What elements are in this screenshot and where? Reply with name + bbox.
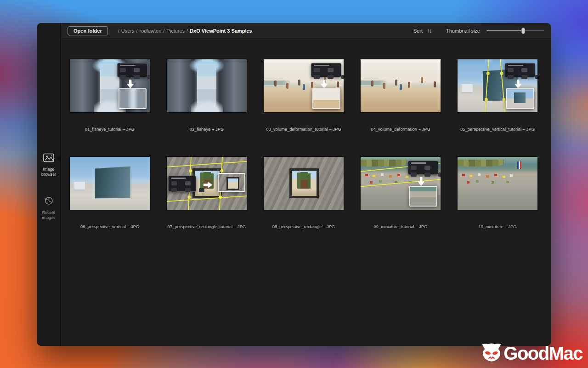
- thumbnail-art-dialog: [168, 176, 196, 192]
- thumbnail-image[interactable]: [263, 156, 345, 211]
- open-folder-button[interactable]: Open folder: [68, 26, 108, 35]
- transform-arrow-icon: [418, 177, 424, 186]
- thumbnail-image[interactable]: [263, 58, 345, 113]
- breadcrumb: /Users/rodlawton/Pictures/DxO ViewPoint …: [116, 28, 252, 34]
- sort-direction-icon[interactable]: ↑↓: [427, 28, 431, 34]
- breadcrumb-separator: /: [187, 28, 188, 34]
- toolbar: Open folder /Users/rodlawton/Pictures/Dx…: [61, 23, 551, 39]
- toolbar-right-group: Sort ↑↓ Thumbnail size: [413, 27, 545, 34]
- thumbnail-art-scene: [274, 80, 277, 86]
- thumbnail-art-scene: [361, 160, 407, 167]
- thumbnail-image[interactable]: [69, 156, 151, 211]
- grid-item[interactable]: 04_volume_deformation – JPG: [360, 58, 441, 132]
- watermark-text: GoodMac: [503, 343, 582, 364]
- thumbnail-caption: 02_fisheye – JPG: [166, 126, 248, 132]
- grid-item[interactable]: 09_miniature_tutorial – JPG: [360, 156, 441, 230]
- result-inset-preview: [312, 88, 340, 109]
- image-browser-icon: [43, 156, 54, 164]
- thumbnail-image[interactable]: [457, 58, 538, 113]
- result-inset-preview: [218, 173, 245, 192]
- breadcrumb-separator: /: [118, 28, 119, 34]
- thumbnail-image[interactable]: [166, 58, 248, 113]
- sidebar-item-recent-images[interactable]: Recent images: [37, 196, 61, 220]
- thumbnail-caption: 01_fisheye_tutorial – JPG: [69, 126, 151, 132]
- thumbnail-art-scene: [458, 160, 504, 167]
- thumbnail-size-label: Thumbnail size: [446, 28, 480, 34]
- thumbnail-caption: 08_perspective_rectangle – JPG: [263, 224, 345, 230]
- sidebar: Image browser Recent images: [37, 23, 61, 346]
- grid-item[interactable]: 08_perspective_rectangle – JPG: [263, 156, 345, 230]
- sidebar-item-label: Image browser: [37, 167, 61, 177]
- thumbnail-caption: 10_miniature – JPG: [457, 224, 538, 230]
- grid-item[interactable]: 06_perspective_vertical – JPG: [69, 156, 151, 230]
- thumbnail-art-scene: [73, 182, 85, 191]
- grid-item[interactable]: 01_fisheye_tutorial – JPG: [69, 58, 151, 132]
- thumbnail-caption: 06_perspective_vertical – JPG: [69, 224, 151, 230]
- thumbnail-size-slider[interactable]: [486, 27, 544, 34]
- breadcrumb-current-folder: DxO ViewPoint 3 Samples: [190, 28, 252, 34]
- main-area: Open folder /Users/rodlawton/Pictures/Dx…: [61, 23, 551, 346]
- transform-arrow-icon: [127, 80, 134, 89]
- thumbnail-caption: 03_volume_deformation_tutorial – JPG: [263, 126, 345, 132]
- thumbnail-image[interactable]: [166, 156, 248, 211]
- guide-line: [166, 161, 248, 168]
- thumbnail-caption: 05_perspective_vertical_tutorial – JPG: [457, 126, 538, 132]
- grid-item[interactable]: 07_perspective_rectangle_tutorial – JPG: [166, 156, 248, 230]
- thumbnail-art-scene: [300, 171, 308, 189]
- thumbnail-art-scene: [461, 84, 473, 93]
- result-inset-preview: [506, 88, 534, 109]
- thumbnail-image[interactable]: [69, 58, 151, 113]
- thumbnail-art-scene: [365, 174, 368, 176]
- breadcrumb-segment[interactable]: Users: [121, 28, 135, 34]
- sort-label[interactable]: Sort: [413, 28, 423, 34]
- grid-item[interactable]: 05_perspective_vertical_tutorial – JPG: [457, 58, 538, 132]
- sidebar-item-label: Recent images: [37, 210, 61, 220]
- thumbnail-art-scene: [95, 166, 130, 198]
- thumbnail-art-scene: [264, 80, 291, 85]
- image-browser-content: 01_fisheye_tutorial – JPG02_fisheye – JP…: [61, 39, 551, 346]
- thumbnail-caption: 07_perspective_rectangle_tutorial – JPG: [166, 224, 248, 230]
- goodmac-cat-icon: [481, 342, 503, 364]
- sidebar-items: Image browser Recent images: [37, 153, 61, 220]
- thumbnail-image[interactable]: [457, 156, 538, 211]
- thumbnail-grid: 01_fisheye_tutorial – JPG02_fisheye – JP…: [61, 58, 551, 230]
- thumbnail-art-dialog: [117, 63, 147, 77]
- thumbnail-caption: 09_miniature_tutorial – JPG: [360, 224, 441, 230]
- thumbnail-image[interactable]: [360, 58, 441, 113]
- result-inset-preview: [119, 88, 147, 109]
- thumbnail-art-dialog: [505, 63, 535, 77]
- grid-item[interactable]: 02_fisheye – JPG: [166, 58, 248, 132]
- breadcrumb-separator: /: [163, 28, 164, 34]
- breadcrumb-separator: /: [136, 28, 138, 34]
- slider-track[interactable]: [486, 30, 544, 31]
- breadcrumb-segment[interactable]: Pictures: [166, 28, 185, 34]
- thumbnail-art-scene: [191, 98, 223, 112]
- thumbnail-art-scene: [371, 80, 373, 86]
- app-window: Image browser Recent images Open folder …: [37, 23, 551, 346]
- result-inset-preview: [409, 186, 437, 207]
- thumbnail-caption: 04_volume_deformation – JPG: [360, 126, 441, 132]
- recent-clock-icon: [44, 199, 54, 207]
- thumbnail-image[interactable]: [360, 156, 441, 211]
- grid-item[interactable]: 10_miniature – JPG: [457, 156, 538, 230]
- selected-item-pointer: [57, 155, 61, 163]
- thumbnail-art-dialog: [311, 63, 341, 77]
- breadcrumb-segment[interactable]: rodlawton: [140, 28, 162, 34]
- transform-arrow-icon: [321, 80, 328, 89]
- grid-item[interactable]: 03_volume_deformation_tutorial – JPG: [263, 58, 345, 132]
- thumbnail-art-scene: [462, 174, 465, 176]
- watermark: GoodMac: [481, 342, 582, 364]
- slider-handle[interactable]: [521, 28, 525, 34]
- thumbnail-art-dialog: [408, 161, 438, 175]
- thumbnail-art-scene: [361, 80, 388, 85]
